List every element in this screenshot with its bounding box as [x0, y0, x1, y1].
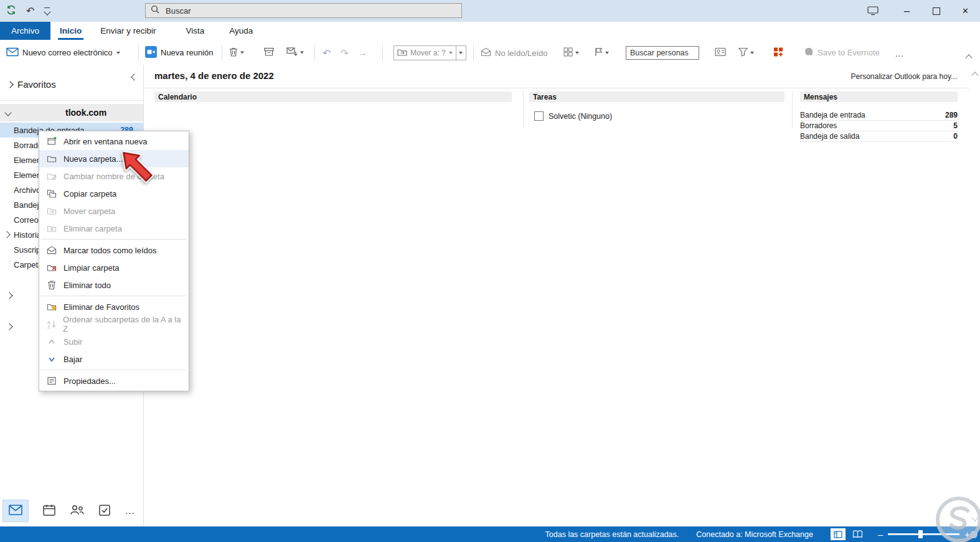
collapse-ribbon-icon[interactable]	[966, 52, 971, 63]
menu-item-label: Mover carpeta	[64, 207, 115, 216]
date-header: martes, 4 de enero de 2022	[154, 70, 274, 81]
status-bar: Todas las carpetas están actualizadas. C…	[0, 526, 980, 542]
trash-icon	[45, 280, 58, 290]
menu-item-properties[interactable]: Propiedades...	[39, 372, 189, 390]
chevron-down-icon	[116, 52, 120, 54]
collapsed-account-toggle[interactable]	[7, 320, 12, 332]
window-controls: – ✕	[892, 0, 980, 22]
divider	[792, 91, 793, 129]
separator	[138, 45, 139, 60]
folder-context-menu: Abrir en ventana nueva Nueva carpeta... …	[39, 131, 189, 391]
filter-email-button[interactable]	[738, 47, 754, 58]
close-button[interactable]: ✕	[951, 0, 980, 22]
connection-status: Conectado a: Microsoft Exchange	[696, 530, 813, 539]
menu-item-rename-folder: Cambiar nombre de carpeta	[39, 167, 189, 185]
separator	[41, 296, 187, 296]
menu-item-clean-folder[interactable]: Limpiar carpeta	[39, 259, 189, 276]
trash-icon	[229, 47, 238, 58]
menu-item-move-up: Subir	[39, 333, 189, 350]
folders-status: Todas las carpetas están actualizadas.	[545, 530, 679, 539]
chevron-down-icon	[4, 109, 11, 116]
today-header: martes, 4 de enero de 2022 Personalizar …	[144, 65, 969, 88]
properties-icon	[45, 376, 58, 386]
menu-item-open-new-window[interactable]: Abrir en ventana nueva	[39, 133, 189, 150]
tab-enviar-y-recibir[interactable]: Enviar y recibir	[91, 22, 165, 40]
account-name: tlook.com	[65, 108, 106, 118]
mail-module-button[interactable]	[2, 500, 29, 522]
move-to-combo[interactable]: Mover a: ?	[393, 45, 466, 60]
normal-view-button[interactable]	[831, 528, 846, 540]
calendar-module-button[interactable]	[43, 504, 55, 518]
follow-up-flag-button[interactable]	[595, 47, 609, 58]
people-module-button[interactable]	[70, 505, 85, 518]
collapsed-account-toggle[interactable]	[7, 289, 12, 301]
save-to-evernote-button[interactable]: Save to Evernote	[803, 47, 880, 59]
maximize-button[interactable]	[921, 0, 951, 22]
menu-item-copy-folder[interactable]: Copiar carpeta	[39, 185, 189, 202]
contact-card-icon	[715, 47, 726, 58]
undo-icon[interactable]: ↶	[323, 47, 331, 58]
task-checkbox[interactable]	[534, 111, 544, 121]
open-new-window-icon	[45, 136, 58, 146]
new-mail-button[interactable]: Nuevo correo electrónico	[6, 47, 120, 58]
people-icon	[70, 505, 85, 518]
menu-item-label: Copiar carpeta	[64, 189, 116, 199]
delete-button[interactable]	[229, 47, 244, 58]
menu-item-delete-all[interactable]: Eliminar todo	[39, 276, 189, 294]
tab-vista[interactable]: Vista	[177, 22, 214, 40]
tab-inicio[interactable]: Inicio	[50, 22, 91, 40]
separator	[473, 45, 474, 60]
copy-folder-icon	[45, 189, 58, 199]
zoom-out-button[interactable]: –	[878, 530, 883, 539]
archive-button[interactable]	[264, 47, 274, 58]
more-modules-button[interactable]: …	[125, 505, 136, 517]
collapse-pane-icon[interactable]	[132, 71, 137, 82]
menu-item-label: Ordenar subcarpetas de la A a la Z	[63, 315, 182, 334]
minimize-button[interactable]: –	[892, 0, 921, 22]
find-people-field[interactable]	[626, 46, 699, 60]
vertical-scrollbar[interactable]	[969, 65, 980, 526]
favorites-label: Favoritos	[17, 79, 56, 90]
insights-button[interactable]	[773, 47, 784, 58]
divider	[523, 91, 524, 129]
find-people-input[interactable]	[626, 46, 699, 60]
tasks-module-button[interactable]	[99, 504, 110, 518]
unread-read-button[interactable]: No leído/Leído	[481, 47, 548, 58]
messages-row-drafts[interactable]: Borradores5	[800, 121, 958, 131]
personalize-link[interactable]: Personalizar Outlook para hoy...	[850, 72, 957, 81]
favorites-section[interactable]: Favoritos	[7, 79, 56, 90]
send-receive-icon[interactable]	[6, 5, 16, 17]
more-commands-button[interactable]: …	[895, 47, 905, 58]
task-item[interactable]: Solvetic (Ninguno)	[534, 111, 612, 121]
mail-icon	[9, 505, 22, 518]
move-to-dropdown[interactable]	[456, 45, 466, 60]
separator	[41, 239, 187, 240]
account-header[interactable]: tlook.com	[0, 104, 143, 121]
scroll-up-icon[interactable]	[971, 72, 978, 78]
sweep-button[interactable]	[286, 47, 304, 58]
undo-icon[interactable]: ↶	[26, 6, 34, 16]
new-meeting-button[interactable]: Nueva reunión	[145, 46, 214, 60]
reading-view-button[interactable]	[850, 528, 865, 540]
tab-ayuda[interactable]: Ayuda	[220, 22, 262, 40]
address-book-button[interactable]	[715, 47, 726, 58]
messages-row-outbox[interactable]: Bandeja de salida0	[800, 131, 958, 142]
folder-label: Archivo	[14, 185, 40, 195]
menu-item-remove-from-favorites[interactable]: Eliminar de Favoritos	[39, 298, 189, 315]
customize-toolbar-icon[interactable]	[44, 7, 50, 14]
messages-row-inbox[interactable]: Bandeja de entrada289	[800, 110, 958, 121]
menu-item-sort-subfolders: AZ Ordenar subcarpetas de la A a la Z	[39, 315, 189, 333]
search-input[interactable]	[164, 6, 456, 16]
menu-item-delete-folder: Eliminar carpeta	[39, 220, 189, 237]
new-folder-icon	[45, 154, 58, 164]
menu-item-move-down[interactable]: Bajar	[39, 350, 189, 368]
move-folder-icon	[45, 206, 58, 216]
tab-archivo[interactable]: Archivo	[0, 22, 50, 40]
divider	[0, 100, 143, 101]
search-bar[interactable]	[145, 3, 462, 18]
zoom-slider-thumb[interactable]	[918, 530, 923, 538]
menu-item-mark-all-read[interactable]: Marcar todos como leídos	[39, 241, 189, 259]
categorize-button[interactable]	[563, 47, 579, 58]
separator	[382, 45, 383, 60]
ribbon-display-options-icon[interactable]	[860, 0, 885, 22]
